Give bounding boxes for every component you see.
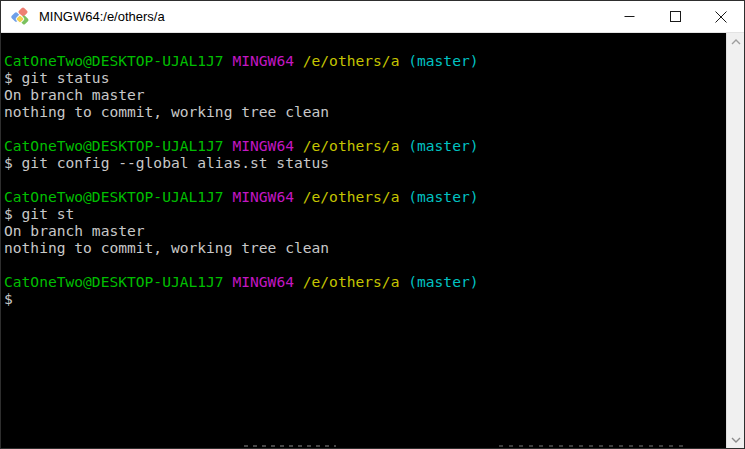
terminal-line: $ git status: [4, 69, 726, 86]
terminal-line: nothing to commit, working tree clean: [4, 239, 726, 256]
close-icon: [715, 11, 727, 23]
scroll-down-button[interactable]: [727, 431, 744, 448]
scrollbar[interactable]: [726, 33, 744, 448]
msys2-app-icon[interactable]: [10, 7, 30, 27]
terminal-line: [4, 256, 726, 273]
terminal-line: $ git st: [4, 205, 726, 222]
terminal-line: CatOneTwo@DESKTOP-UJAL1J7 MINGW64 /e/oth…: [4, 273, 726, 290]
maximize-button[interactable]: [652, 1, 698, 32]
clipped-bottom-artifact: [499, 445, 689, 447]
terminal-line: nothing to commit, working tree clean: [4, 103, 726, 120]
window-body: CatOneTwo@DESKTOP-UJAL1J7 MINGW64 /e/oth…: [1, 33, 744, 448]
terminal-output[interactable]: CatOneTwo@DESKTOP-UJAL1J7 MINGW64 /e/oth…: [1, 33, 726, 448]
window-controls: [606, 1, 744, 32]
terminal-line: CatOneTwo@DESKTOP-UJAL1J7 MINGW64 /e/oth…: [4, 188, 726, 205]
terminal-line: On branch master: [4, 86, 726, 103]
chevron-up-icon: [731, 39, 741, 45]
chevron-down-icon: [731, 437, 741, 443]
terminal-line: $ git config --global alias.st status: [4, 154, 726, 171]
terminal-line: CatOneTwo@DESKTOP-UJAL1J7 MINGW64 /e/oth…: [4, 137, 726, 154]
scrollbar-track[interactable]: [727, 50, 744, 431]
clipped-bottom-artifact: [244, 445, 336, 447]
window-title: MINGW64:/e/others/a: [39, 9, 606, 24]
terminal-line: CatOneTwo@DESKTOP-UJAL1J7 MINGW64 /e/oth…: [4, 52, 726, 69]
terminal-line: [4, 120, 726, 137]
minimize-icon: [624, 11, 635, 22]
mintty-window: MINGW64:/e/others/a CatOneTwo@DESKTOP-: [0, 0, 745, 449]
terminal-line: [4, 171, 726, 188]
titlebar[interactable]: MINGW64:/e/others/a: [1, 1, 744, 33]
terminal-line: $: [4, 290, 726, 307]
terminal-line: On branch master: [4, 222, 726, 239]
terminal-line: [4, 35, 726, 52]
close-button[interactable]: [698, 1, 744, 32]
maximize-icon: [670, 11, 681, 22]
minimize-button[interactable]: [606, 1, 652, 32]
scroll-up-button[interactable]: [727, 33, 744, 50]
